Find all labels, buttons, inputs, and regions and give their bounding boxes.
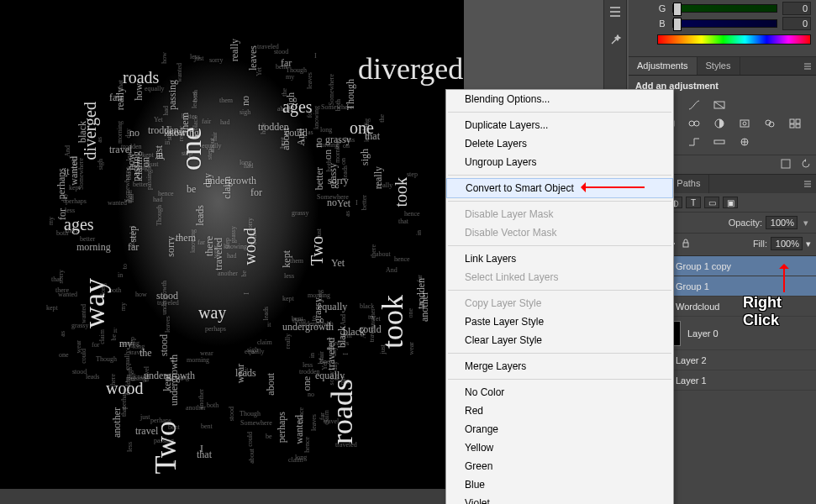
menu-item[interactable]: Merge Layers [446, 357, 673, 375]
wordcloud-word: had [220, 118, 230, 126]
wordcloud-word: sigh [97, 159, 104, 170]
tab-adjustments[interactable]: Adjustments [629, 57, 698, 75]
panel-menu-icon[interactable] [799, 57, 816, 75]
color-g-slider[interactable] [672, 4, 777, 13]
hue-ramp[interactable] [657, 34, 811, 45]
layer-name[interactable]: Wordcloud [676, 302, 719, 312]
wordcloud-word: fair [202, 118, 211, 125]
magic-wand-icon[interactable] [607, 32, 624, 49]
wordcloud-word: that [117, 80, 124, 90]
opacity-value[interactable]: 100% [766, 216, 798, 229]
color-panel[interactable]: G 0 B 0 [629, 0, 816, 57]
menu-item[interactable]: Blue [446, 475, 673, 494]
menu-item[interactable]: Yellow [446, 438, 673, 457]
channel-mixer-icon[interactable] [761, 117, 778, 130]
curves-icon[interactable] [686, 98, 703, 112]
fill-value[interactable]: 100% [771, 237, 803, 250]
wordcloud-word: there [109, 374, 117, 387]
wordcloud-word: Somewhere [317, 193, 349, 201]
menu-item[interactable]: Paste Layer Style [446, 312, 673, 331]
wordcloud-word: sorry [328, 175, 349, 187]
wordcloud-word: sigh [240, 108, 250, 116]
layer-context-menu[interactable]: Blending Options...Duplicate Layers...De… [445, 89, 674, 504]
wordcloud-word: trodden [258, 121, 289, 134]
layer-name[interactable]: Group 1 copy [676, 261, 731, 271]
filter-smart-icon[interactable]: ▣ [723, 197, 738, 208]
wordcloud-word: Though [240, 410, 261, 417]
wordcloud-word: stood [72, 368, 87, 375]
wordcloud-word: claim [257, 339, 272, 346]
layer-name[interactable]: Group 1 [676, 281, 709, 291]
wordcloud-word: could [246, 432, 254, 447]
adj-reset-icon[interactable] [801, 159, 811, 171]
wordcloud-word: them [179, 113, 192, 133]
menu-item[interactable]: Clear Layer Style [446, 331, 673, 349]
color-g-value[interactable]: 0 [782, 2, 811, 15]
filter-shape-icon[interactable]: ▭ [704, 197, 719, 208]
wordcloud-word: perhaps [276, 412, 288, 443]
menu-item[interactable]: Violet [446, 494, 673, 504]
layer-name[interactable]: Layer 0 [687, 328, 719, 339]
tab-paths[interactable]: Paths [668, 175, 709, 193]
menu-item[interactable]: Ungroup Layers [446, 153, 673, 171]
wordcloud-word: kept [282, 295, 294, 302]
opacity-chevron-icon[interactable]: ▾ [801, 218, 811, 228]
svg-point-7 [743, 122, 746, 125]
filter-type-icon[interactable]: T [686, 197, 701, 208]
wordcloud-word: morning [76, 241, 111, 254]
wordcloud-word: leads [194, 205, 207, 226]
menu-item[interactable]: Link Layers [446, 249, 673, 268]
menu-item[interactable]: Delete Layers [446, 134, 673, 153]
selective-color-icon[interactable] [736, 135, 753, 149]
menu-item[interactable]: Green [446, 457, 673, 475]
lock-all-icon[interactable] [679, 238, 692, 249]
wordcloud-word: And [64, 145, 71, 157]
adj-expand-icon[interactable] [781, 159, 791, 171]
layer-name[interactable]: Layer 2 [676, 355, 707, 365]
layer-name[interactable]: Layer 1 [676, 375, 707, 386]
fill-chevron-icon[interactable]: ▾ [806, 239, 811, 249]
wordcloud-word: my [119, 302, 127, 311]
wordcloud-word: them [176, 232, 196, 244]
color-balance-icon[interactable] [686, 117, 703, 130]
canvas-bottom-frame [0, 489, 464, 504]
layers-panel-menu-icon[interactable] [799, 175, 816, 193]
tab-styles[interactable]: Styles [698, 57, 740, 75]
color-b-value[interactable]: 0 [782, 17, 811, 30]
menu-item[interactable]: Duplicate Layers... [446, 116, 673, 134]
exposure-icon[interactable] [711, 98, 728, 112]
wordcloud-word: one [407, 308, 414, 318]
wordcloud-word: for [250, 186, 262, 199]
color-lookup-icon[interactable] [787, 117, 803, 130]
wordcloud-word: really [229, 39, 241, 61]
wordcloud-word: one [59, 351, 69, 359]
menu-item[interactable]: Convert to Smart Object [446, 178, 673, 198]
wordcloud-word: in [415, 230, 423, 235]
menu-item[interactable]: No Color [446, 383, 673, 402]
wordcloud-word: Two [308, 236, 327, 265]
menu-item: Copy Layer Style [446, 294, 673, 312]
menu-item[interactable]: Blending Options... [446, 90, 673, 108]
wordcloud-word: leaves [191, 92, 198, 108]
wordcloud-word: black [360, 302, 374, 310]
wordcloud-word: it [64, 165, 70, 178]
wordcloud-word: less [126, 442, 134, 452]
menu-item[interactable]: Red [446, 402, 673, 420]
wordcloud-word: hence [394, 255, 410, 263]
photo-filter-icon[interactable] [736, 117, 753, 130]
wordcloud-word: traveled [335, 441, 357, 449]
hsb-strip-control[interactable] [607, 3, 624, 20]
gradient-map-icon[interactable] [711, 135, 728, 149]
document-canvas[interactable]: oneTwoagestookwaywoodroadsdivergedoneTwo… [0, 0, 464, 504]
menu-item[interactable]: Orange [446, 420, 673, 438]
wordcloud-word: it [267, 321, 271, 328]
wordcloud-word: day [361, 123, 369, 133]
wordcloud-word: equally [145, 85, 165, 92]
wordcloud-word: as [59, 331, 66, 337]
menu-item: Disable Layer Mask [446, 205, 673, 223]
threshold-icon[interactable] [686, 135, 703, 149]
black-white-icon[interactable] [711, 117, 728, 130]
color-b-slider[interactable] [672, 19, 777, 28]
wordcloud-word: be [266, 433, 272, 440]
wordcloud-word: as [96, 137, 103, 143]
